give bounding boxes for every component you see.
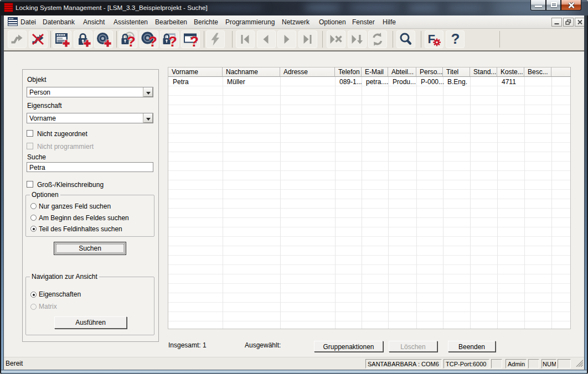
svg-text:?: ?	[168, 33, 177, 47]
svg-text:?: ?	[148, 33, 157, 47]
svg-text:F: F	[428, 32, 435, 46]
svg-text:?: ?	[127, 33, 136, 47]
svg-text:?: ?	[451, 32, 460, 47]
svg-text:?: ?	[190, 33, 198, 47]
